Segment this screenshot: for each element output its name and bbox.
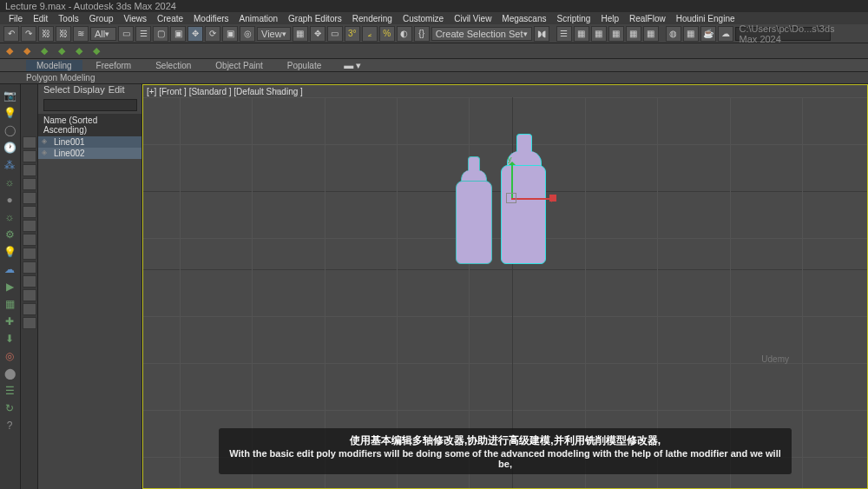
menu-scripting[interactable]: Scripting [552, 14, 596, 23]
cog-icon[interactable]: ⚙ [2, 227, 17, 242]
menu-modifiers[interactable]: Modifiers [188, 14, 234, 23]
undo-button[interactable]: ↶ [3, 26, 19, 42]
gizmo-xy-plane[interactable] [506, 193, 516, 203]
edit-named-selection-button[interactable]: {} [414, 26, 430, 42]
menu-megascans[interactable]: Megascans [496, 14, 551, 23]
keyboard-shortcut-button[interactable]: ▭ [327, 26, 343, 42]
gizmo-x-handle[interactable] [549, 195, 556, 202]
light-icon[interactable]: 💡 [2, 105, 17, 121]
viewport-front[interactable]: [+] [Front ] [Standard ] [Default Shadin… [142, 84, 868, 489]
shape-btn-1[interactable]: ◆ [3, 45, 16, 57]
shape-btn-2[interactable]: ◆ [21, 45, 33, 57]
menu-file[interactable]: File [3, 14, 28, 23]
outliner-header[interactable]: Name (Sorted Ascending) [38, 114, 141, 136]
angle-snap-button[interactable]: ⦟ [362, 26, 378, 42]
help-icon[interactable]: ? [2, 418, 17, 433]
menu-help[interactable]: Help [595, 14, 624, 23]
move-gizmo[interactable]: y [501, 189, 553, 241]
idea-icon[interactable]: 💡 [2, 244, 17, 260]
menu-tools[interactable]: Tools [53, 14, 83, 23]
outliner-edit[interactable]: Edit [108, 84, 125, 96]
menu-edit[interactable]: Edit [28, 14, 53, 23]
menu-civil-view[interactable]: Civil View [449, 14, 496, 23]
vstrip-btn-11[interactable] [23, 275, 36, 287]
redo-button[interactable]: ↷ [21, 26, 36, 42]
menu-customize[interactable]: Customize [398, 14, 449, 23]
outliner-item-line001[interactable]: Line001 [38, 136, 141, 148]
spinner-snap-button[interactable]: ◐ [397, 26, 412, 42]
snap-toggle-button[interactable]: 3° [345, 26, 360, 42]
selection-filter-dropdown[interactable]: All ▾ [90, 27, 116, 41]
vstrip-btn-1[interactable] [23, 136, 36, 149]
gizmo-x-axis[interactable] [511, 198, 553, 200]
window-crossing-button[interactable]: ▣ [170, 26, 186, 42]
vstrip-btn-8[interactable] [23, 234, 36, 246]
path-input[interactable]: C:\Users\pc\Do...s\3ds Max 2024 [735, 27, 831, 41]
pivot-center-button[interactable]: ▦ [293, 26, 308, 42]
shape-btn-3[interactable]: ◆ [38, 45, 50, 57]
render-frame-button[interactable]: ▦ [683, 26, 699, 42]
shape-btn-4[interactable]: ◆ [56, 45, 68, 57]
render-button[interactable]: ☕ [700, 26, 716, 42]
menu-graph-editors[interactable]: Graph Editors [283, 14, 347, 23]
ribbon-tab-modeling[interactable]: Modeling [26, 60, 82, 71]
ref-coord-dropdown[interactable]: View ▾ [257, 27, 291, 41]
vstrip-btn-14[interactable] [23, 317, 36, 329]
menu-animation[interactable]: Animation [234, 14, 283, 23]
cloud-icon[interactable]: ☁ [2, 261, 17, 277]
align-button[interactable]: ☰ [556, 26, 572, 42]
refresh-icon[interactable]: ↻ [2, 400, 17, 416]
select-manipulate-button[interactable]: ✥ [310, 26, 326, 42]
ball-icon[interactable]: ⬤ [2, 366, 17, 381]
bind-to-space-warp-button[interactable]: ≋ [73, 26, 89, 42]
ribbon-tab-selection[interactable]: Selection [145, 60, 201, 71]
curve-editor-button[interactable]: ▦ [608, 26, 624, 42]
ribbon-tab-object-paint[interactable]: Object Paint [205, 60, 273, 71]
mirror-button[interactable]: ◗◖ [534, 26, 549, 42]
material-editor-button[interactable]: ▦ [643, 26, 659, 42]
select-and-scale-button[interactable]: ▣ [222, 26, 238, 42]
vstrip-btn-5[interactable] [23, 192, 36, 204]
named-selection-dropdown[interactable]: Create Selection Set ▾ [431, 27, 532, 41]
shape-btn-6[interactable]: ◆ [90, 45, 102, 57]
vstrip-btn-6[interactable] [23, 206, 36, 218]
outliner-select[interactable]: Select [43, 84, 70, 96]
vstrip-btn-4[interactable] [23, 178, 36, 190]
clock-icon[interactable]: 🕐 [2, 140, 17, 155]
select-object-button[interactable]: ▭ [118, 26, 134, 42]
ribbon-expand-icon[interactable]: ▬ ▾ [344, 60, 361, 71]
select-by-name-button[interactable]: ☰ [135, 26, 151, 42]
menu-group[interactable]: Group [84, 14, 119, 23]
ribbon-tab-freeform[interactable]: Freeform [86, 60, 142, 71]
select-and-move-button[interactable]: ✥ [187, 26, 203, 42]
arrow-down-icon[interactable]: ⬇ [2, 331, 17, 347]
select-and-rotate-button[interactable]: ⟳ [205, 26, 220, 42]
menu-realflow[interactable]: RealFlow [624, 14, 671, 23]
link-button[interactable]: ⛓ [38, 26, 54, 42]
schematic-view-button[interactable]: ▦ [626, 26, 641, 42]
outliner-display[interactable]: Display [74, 84, 105, 96]
outliner-filter-input[interactable] [43, 99, 137, 111]
grid-icon[interactable]: ▦ [2, 296, 17, 312]
target-icon[interactable]: ◎ [2, 348, 17, 364]
render-in-cloud-button[interactable]: ☁ [718, 26, 733, 42]
vstrip-btn-13[interactable] [23, 303, 36, 315]
vstrip-btn-3[interactable] [23, 164, 36, 176]
menu-houdini[interactable]: Houdini Engine [671, 14, 740, 23]
percent-snap-button[interactable]: % [379, 26, 395, 42]
camera-icon[interactable]: 📷 [2, 88, 17, 103]
menu-create[interactable]: Create [152, 14, 188, 23]
select-and-place-button[interactable]: ◎ [240, 26, 255, 42]
plus-icon[interactable]: ✚ [2, 314, 17, 329]
vstrip-btn-7[interactable] [23, 220, 36, 232]
cylinder-icon[interactable]: ◯ [2, 122, 17, 138]
vstrip-btn-9[interactable] [23, 248, 36, 260]
shape-btn-5[interactable]: ◆ [73, 45, 85, 57]
unlink-button[interactable]: ⛓ [56, 26, 71, 42]
play-icon[interactable]: ▶ [2, 279, 17, 294]
selection-region-rect-button[interactable]: ▢ [153, 26, 168, 42]
vstrip-btn-2[interactable] [23, 150, 36, 162]
sun-icon[interactable]: ☼ [2, 209, 17, 225]
list-icon[interactable]: ☰ [2, 383, 17, 399]
vstrip-btn-12[interactable] [23, 289, 36, 301]
